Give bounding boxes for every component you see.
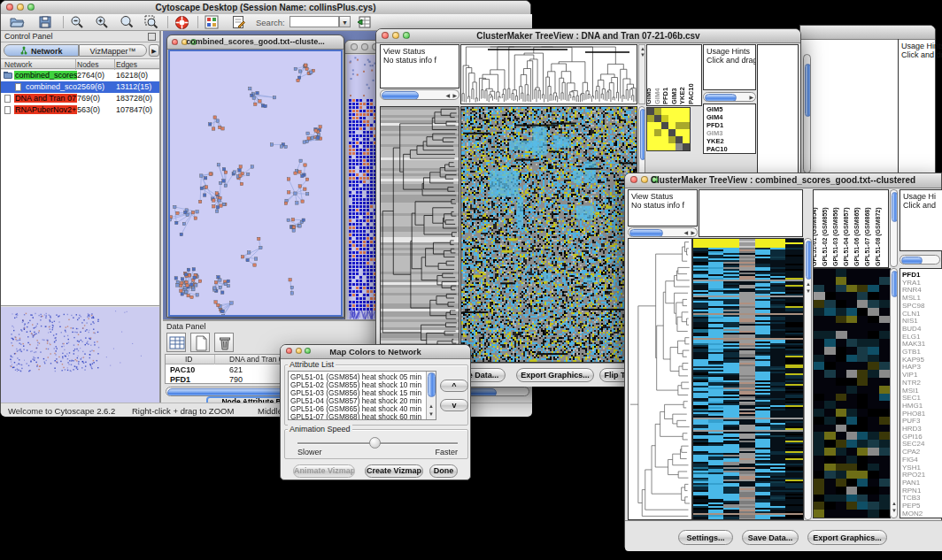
tv2-gene-label: MON2 <box>902 510 923 518</box>
move-up-button[interactable]: ^ <box>440 380 468 392</box>
dialog-button-create-vizmap[interactable]: Create Vizmap <box>365 464 423 478</box>
tv1-column-label: PFD1 <box>661 88 669 104</box>
tv2-view-status: View Status No status info f <box>628 189 698 226</box>
tab-overflow-button[interactable]: ▶ <box>149 44 159 57</box>
background-vscrollbar[interactable] <box>803 54 811 173</box>
tv1-gene-label: GIM4 <box>706 113 722 121</box>
network-row[interactable]: combined_sco2569(6)13112(15) <box>1 81 159 93</box>
attribute-list[interactable]: ▲▼ GPL51-01 (GSM854) heat shock 05 minGP… <box>288 371 436 420</box>
treeview1-titlebar[interactable]: ClusterMaker TreeView : DNA and Tran 07-… <box>376 29 800 43</box>
tv1-array-dendrogram[interactable] <box>460 44 637 104</box>
tv2-gene-labels: PFD1YRA1RNR4MSL1SPC98CLN1NIS1BUD4ELG1MAK… <box>900 268 942 518</box>
toolbar-separator <box>197 16 198 28</box>
tv1-status-hscrollbar[interactable]: ◀▶ <box>380 89 459 100</box>
main-window-title: Cytoscape Desktop (Session Name: collins… <box>1 3 530 12</box>
tv2-button-bar: Settings...Save Data...Export Graphics..… <box>625 520 942 551</box>
tv2-gene-label: HMG1 <box>902 402 923 410</box>
tv2-heatmap-vscrollbar[interactable]: ▲▼ <box>804 238 812 520</box>
zoom-in-icon[interactable] <box>95 15 109 33</box>
tv2-gene-label: CLN1 <box>902 310 920 318</box>
tv2-gene-label: HAP3 <box>902 363 921 371</box>
tv2-zoom-heatmap[interactable] <box>813 268 891 518</box>
delete-attribute-icon[interactable] <box>214 333 234 352</box>
search-label: Search: <box>256 18 285 27</box>
tv1-gene-dendrogram[interactable] <box>380 106 459 363</box>
search-input[interactable] <box>290 16 339 27</box>
network-row[interactable]: RNAPuberNov2+563(0)107847(0) <box>1 104 159 116</box>
attribute-list-label: Attribute List <box>288 360 336 369</box>
tv1-hints-hscrollbar[interactable]: ▶ <box>703 92 756 102</box>
network-row[interactable]: combined_scores2764(0)16218(0) <box>1 70 159 81</box>
network-row[interactable]: DNA and Tran 07769(0)183728(0) <box>1 93 159 104</box>
tv1-column-label: GIM3 <box>670 88 678 104</box>
tv2-labels-vscrollbar[interactable] <box>890 189 898 267</box>
tv2-gene-label: KAP95 <box>902 356 924 364</box>
faster-label: Faster <box>428 448 458 456</box>
network-view-window-1[interactable]: combined_scores_good.txt--cluste... <box>166 35 344 318</box>
tv2-gene-label: BUD4 <box>902 325 921 333</box>
tab-network[interactable]: Network <box>4 44 79 57</box>
tv2-status-hscrollbar[interactable]: ◀▶ <box>628 227 698 237</box>
attribute-item[interactable]: GPL51-07 (GSM868) heat shock 60 min <box>290 412 421 420</box>
tv2-gene-label: YSH1 <box>902 464 921 472</box>
usage-hints-text: Click and drag to <box>901 50 942 59</box>
tv1-button-export-graphics-[interactable]: Export Graphics... <box>516 368 594 382</box>
main-titlebar[interactable]: Cytoscape Desktop (Session Name: collins… <box>1 1 530 15</box>
tv1-column-label: YKE2 <box>678 87 686 104</box>
data-row-id: PAC10 <box>170 365 195 374</box>
tv2-button-save-data-[interactable]: Save Data... <box>742 530 799 545</box>
tv2-gene-label: PEP5 <box>902 502 920 510</box>
tab-vizmapper[interactable]: VizMapper™ <box>79 44 147 57</box>
zoom-out-icon[interactable] <box>70 15 84 33</box>
chevron-down-icon[interactable]: ▼ <box>339 16 351 27</box>
speed-slider-thumb[interactable] <box>369 437 381 449</box>
dialog-titlebar[interactable]: Map Colors to Network <box>281 345 470 359</box>
attribute-table-icon[interactable] <box>166 333 186 352</box>
folder-tab <box>4 72 8 73</box>
zoom-selected-icon[interactable] <box>120 15 134 33</box>
tv1-gene-label: YKE2 <box>706 137 724 145</box>
save-icon[interactable] <box>38 15 52 33</box>
tv2-gene-label: RPO21 <box>902 471 925 479</box>
attribute-list-vscrollbar[interactable]: ▲▼ <box>426 372 436 419</box>
folder-icon <box>4 73 12 79</box>
tv1-zoom-heatmap[interactable] <box>646 107 691 151</box>
move-down-button[interactable]: v <box>440 399 468 411</box>
tv1-mini-vscrollbar[interactable]: ▲▼ <box>638 44 645 104</box>
vizmapper-icon[interactable] <box>205 15 219 33</box>
tv2-array-label: GPL51-04 (GSM857) <box>843 207 849 266</box>
tv2-gene-dendrogram[interactable] <box>628 238 692 520</box>
tv1-gene-label: GIM3 <box>706 129 722 137</box>
background-window-titlebar[interactable] <box>800 26 935 40</box>
tv2-global-heatmap[interactable] <box>692 238 804 520</box>
desktop: Cytoscape Desktop (Session Name: collins… <box>0 0 942 560</box>
dialog-button-done[interactable]: Done <box>429 464 458 478</box>
tv2-array-label: GPL51-06 (GSM865) <box>853 207 860 266</box>
import-table-icon[interactable] <box>357 15 372 33</box>
toolbar-separator <box>63 16 64 28</box>
tv2-zoom-vscrollbar[interactable]: ▲▼ <box>890 268 898 518</box>
tv1-column-label: PAC10 <box>687 83 695 104</box>
zoom-fit-icon[interactable] <box>144 15 158 33</box>
tv2-gene-label: PFD1 <box>902 271 920 279</box>
network-view-1-titlebar[interactable]: combined_scores_good.txt--cluste... <box>167 35 344 50</box>
tv1-global-heatmap[interactable] <box>460 106 637 363</box>
document-icon <box>4 106 11 114</box>
tv2-button-export-graphics-[interactable]: Export Graphics... <box>807 530 887 545</box>
network-canvas[interactable] <box>170 51 341 315</box>
tv2-hints-hscrollbar[interactable] <box>900 255 940 265</box>
tv1-gene-label: GIM5 <box>706 105 722 113</box>
open-icon[interactable] <box>10 15 25 33</box>
tv2-gene-label: RPN1 <box>902 487 921 495</box>
tv2-gene-label: PHO81 <box>902 410 925 418</box>
new-attribute-icon[interactable] <box>190 333 210 352</box>
treeview2-titlebar[interactable]: ClusterMaker TreeView : combined_scores_… <box>625 173 941 188</box>
tv2-gene-label: SEC1 <box>902 394 921 402</box>
control-panel-title: Control Panel <box>4 32 53 41</box>
tv2-gene-label: CPA2 <box>902 448 920 456</box>
float-panel-icon[interactable] <box>148 33 156 41</box>
birdseye-panel[interactable] <box>1 305 159 403</box>
annotation-icon[interactable] <box>231 15 245 33</box>
tv2-button-settings-[interactable]: Settings... <box>678 530 733 545</box>
tv2-gene-label: ELG1 <box>902 333 920 341</box>
